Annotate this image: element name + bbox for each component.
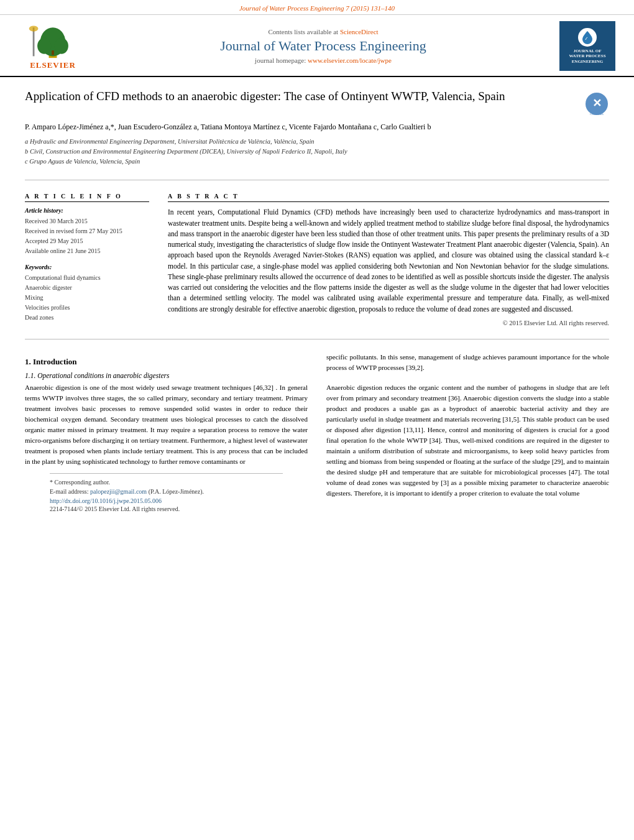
divider-1	[25, 180, 609, 180]
affiliation-c: c Grupo Aguas de Valencia, Valencia, Spa…	[25, 157, 609, 167]
abstract-column: A B S T R A C T In recent years, Computa…	[168, 193, 609, 326]
revised-date: Received in revised form 27 May 2015	[25, 226, 149, 236]
journal-title: Journal of Water Process Engineering	[87, 38, 559, 54]
water-drop-icon	[580, 30, 595, 45]
body-right-text-2: Anaerobic digestion reduces the organic …	[326, 382, 609, 499]
email-footnote: E-mail address: palopezjii@gmail.com (P.…	[50, 487, 283, 496]
authors: P. Amparo López-Jiménez a,*, Juan Escude…	[25, 122, 609, 132]
sciencedirect-line: Contents lists available at ScienceDirec…	[87, 28, 559, 35]
affiliation-b: b Civil, Construction and Environmental …	[25, 147, 609, 157]
journal-citation: Journal of Water Process Engineering 7 (…	[239, 4, 395, 12]
article-title: Application of CFD methods to an anaerob…	[25, 88, 505, 104]
title-row: Application of CFD methods to an anaerob…	[25, 88, 609, 116]
elsevier-text: ELSEVIER	[30, 60, 76, 70]
svg-point-3	[55, 38, 68, 54]
abstract-header: A B S T R A C T	[168, 193, 609, 202]
keyword-3: Mixing	[25, 293, 149, 303]
svg-rect-5	[33, 27, 35, 56]
svg-rect-4	[52, 50, 54, 55]
accepted-date: Accepted 29 May 2015	[25, 236, 149, 246]
svg-text:CrossMark: CrossMark	[590, 113, 604, 116]
elsevier-logo: ELSEVIER	[19, 22, 87, 70]
body-right-column: specific pollutants. In this sense, mana…	[326, 352, 609, 512]
body-left-column: 1. Introduction 1.1. Operational conditi…	[25, 352, 308, 512]
crossmark-badge[interactable]: ✕ CrossMark	[584, 91, 609, 116]
crossmark-icon: ✕ CrossMark	[584, 91, 609, 116]
section-1-heading: 1. Introduction	[25, 357, 308, 367]
footnote-section: * Corresponding author. E-mail address: …	[50, 473, 283, 512]
issn-text: 2214-7144/© 2015 Elsevier Ltd. All right…	[50, 505, 283, 512]
header-section: ELSEVIER Contents lists available at Sci…	[0, 15, 634, 77]
homepage-url[interactable]: www.elsevier.com/locate/jwpe	[308, 57, 392, 64]
subsection-1-1-heading: 1.1. Operational conditions in anaerobic…	[25, 372, 308, 379]
elsevier-tree-icon	[25, 22, 81, 59]
homepage-line: journal homepage: www.elsevier.com/locat…	[87, 57, 559, 64]
keyword-4: Velocities profiles	[25, 303, 149, 313]
article-history-label: Article history:	[25, 207, 149, 214]
journal-logo-text: JOURNAL OFWATER PROCESSENGINEERING	[569, 48, 605, 64]
keyword-5: Dead zones	[25, 313, 149, 323]
journal-logo-icon	[578, 28, 597, 47]
affiliations: a Hydraulic and Environmental Engineerin…	[25, 137, 609, 166]
affiliation-a: a Hydraulic and Environmental Engineerin…	[25, 137, 609, 147]
body-right-text: specific pollutants. In this sense, mana…	[326, 352, 609, 373]
keyword-2: Anaerobic digester	[25, 283, 149, 293]
svg-point-6	[29, 25, 39, 31]
copyright-line: © 2015 Elsevier Ltd. All rights reserved…	[168, 320, 609, 326]
article-section: Application of CFD methods to an anaerob…	[0, 77, 634, 172]
svg-text:✕: ✕	[592, 97, 602, 109]
article-info-abstract: A R T I C L E I N F O Article history: R…	[0, 188, 634, 331]
header-center: Contents lists available at ScienceDirec…	[87, 28, 559, 64]
body-left-text: Anaerobic digestion is one of the most w…	[25, 382, 308, 467]
doi-text[interactable]: http://dx.doi.org/10.1016/j.jwpe.2015.05…	[50, 497, 283, 504]
top-bar: Journal of Water Process Engineering 7 (…	[0, 0, 634, 15]
available-date: Available online 21 June 2015	[25, 246, 149, 256]
keywords-label: Keywords:	[25, 264, 149, 270]
corresponding-author: * Corresponding author.	[50, 478, 283, 487]
article-info-header: A R T I C L E I N F O	[25, 193, 149, 202]
keyword-1: Computational fluid dynamics	[25, 273, 149, 283]
abstract-text: In recent years, Computational Fluid Dyn…	[168, 207, 609, 315]
body-section: 1. Introduction 1.1. Operational conditi…	[0, 347, 634, 517]
received-date: Received 30 March 2015	[25, 216, 149, 226]
sciencedirect-link[interactable]: ScienceDirect	[340, 28, 379, 35]
email-link[interactable]: palopezjii@gmail.com	[90, 488, 147, 495]
journal-logo-box: JOURNAL OFWATER PROCESSENGINEERING	[559, 21, 615, 71]
svg-point-2	[37, 38, 51, 54]
divider-2	[25, 339, 609, 339]
article-info-column: A R T I C L E I N F O Article history: R…	[25, 193, 149, 326]
